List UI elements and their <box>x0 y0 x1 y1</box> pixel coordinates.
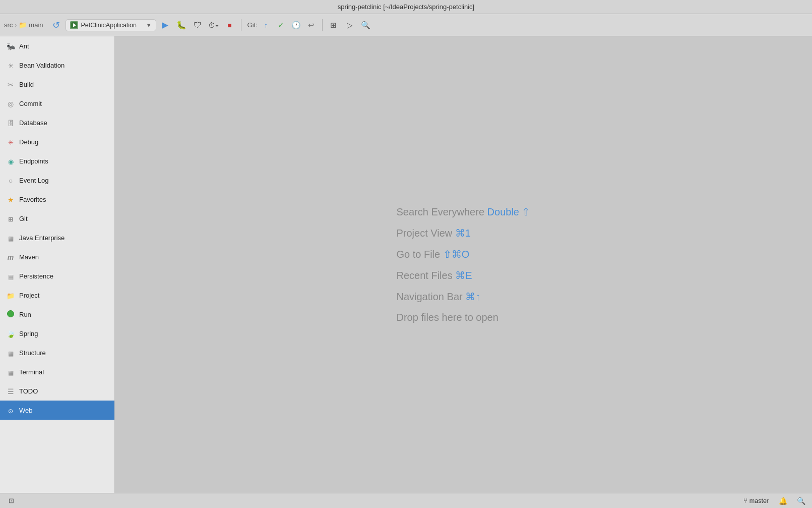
sidebar-item-label-bean-validation: Bean Validation <box>19 62 65 69</box>
project-icon: 📁 <box>6 291 15 300</box>
todo-icon: ☰ <box>6 387 15 396</box>
debug-button[interactable]: 🐛 <box>174 18 189 32</box>
hint-line-5: Drop files here to open <box>396 312 530 323</box>
sidebar-item-spring[interactable]: 🍃Spring <box>0 324 114 343</box>
main-area: 🐜Ant✳Bean Validation✂Build◎Commit🗄Databa… <box>0 36 812 493</box>
sidebar-item-label-project: Project <box>19 292 39 299</box>
project-view-button[interactable]: ⊞ <box>327 18 341 32</box>
hint-shortcut-1: ⌘1 <box>455 228 471 239</box>
status-right: ⑂ master 🔔 🔍 <box>741 495 807 506</box>
status-left: ⊡ <box>5 495 17 506</box>
profile-button[interactable]: ⏱▾ <box>207 18 221 32</box>
git-push-button[interactable]: ↑ <box>260 19 273 32</box>
sidebar-item-event-log[interactable]: ○Event Log <box>0 171 114 190</box>
stop-button[interactable]: ■ <box>223 18 237 32</box>
run-icon <box>6 310 15 319</box>
sidebar-item-label-git: Git <box>19 215 28 222</box>
debug-icon: ✳ <box>6 138 15 146</box>
sidebar-item-label-commit: Commit <box>19 100 42 107</box>
window-title: spring-petclinic [~/IdeaProjects/spring-… <box>338 3 474 11</box>
java-enterprise-icon: ▦ <box>6 234 15 242</box>
sidebar-item-git[interactable]: ⊞Git <box>0 209 114 228</box>
ant-icon: 🐜 <box>6 42 15 50</box>
sidebar-item-label-ant: Ant <box>19 42 29 50</box>
sidebar-item-structure[interactable]: ▦Structure <box>0 343 114 362</box>
sidebar-item-label-terminal: Terminal <box>19 368 44 376</box>
status-search-button[interactable]: 🔍 <box>795 495 807 506</box>
hint-line-2: Go to File ⇧⌘O <box>396 248 530 260</box>
hint-line-4: Navigation Bar ⌘↑ <box>396 291 530 303</box>
panels-toggle-button[interactable]: ⊡ <box>5 495 17 506</box>
sidebar-item-label-build: Build <box>19 81 34 88</box>
hint-line-1: Project View ⌘1 <box>396 227 530 239</box>
sidebar-item-label-persistence: Persistence <box>19 272 53 280</box>
title-bar: spring-petclinic [~/IdeaProjects/spring-… <box>0 0 812 14</box>
sidebar-item-web[interactable]: ⊙Web <box>0 401 114 420</box>
sidebar-item-java-enterprise[interactable]: ▦Java Enterprise <box>0 228 114 247</box>
run-dashboard-button[interactable]: ▷ <box>343 18 357 32</box>
sidebar-item-terminal[interactable]: ▦Terminal <box>0 362 114 381</box>
sidebar-item-ant[interactable]: 🐜Ant <box>0 36 114 55</box>
sidebar-item-persistence[interactable]: ▤Persistence <box>0 266 114 286</box>
database-icon: 🗄 <box>6 119 15 127</box>
git-rollback-button[interactable]: ↩ <box>305 19 318 32</box>
sidebar-item-maven[interactable]: mMaven <box>0 247 114 266</box>
breadcrumb-main[interactable]: main <box>29 21 43 29</box>
branch-button[interactable]: ⑂ master <box>741 496 771 505</box>
sidebar-item-bean-validation[interactable]: ✳Bean Validation <box>0 55 114 75</box>
sidebar-item-label-favorites: Favorites <box>19 196 46 203</box>
sidebar-item-todo[interactable]: ☰TODO <box>0 381 114 401</box>
sidebar-item-label-web: Web <box>19 407 33 414</box>
terminal-icon: ▦ <box>6 368 15 376</box>
coverage-button[interactable]: 🛡 <box>191 18 205 32</box>
hint-shortcut-4: ⌘↑ <box>465 291 480 302</box>
git-label: Git: <box>247 21 258 29</box>
search-everywhere-button[interactable]: 🔍 <box>359 18 373 32</box>
branch-name: master <box>749 497 769 504</box>
toolbar-divider-1 <box>241 19 241 31</box>
status-bar: ⊡ ⑂ master 🔔 🔍 <box>0 493 812 508</box>
sidebar-item-debug[interactable]: ✳Debug <box>0 132 114 151</box>
sidebar-item-label-run: Run <box>19 311 31 318</box>
spring-icon: 🍃 <box>6 329 15 338</box>
run-button[interactable]: ▶ <box>158 18 172 32</box>
build-icon: ✂ <box>6 80 15 89</box>
sidebar-item-run[interactable]: Run <box>0 305 114 324</box>
endpoints-icon: ◉ <box>6 157 15 165</box>
commit-icon: ◎ <box>6 99 15 108</box>
web-icon: ⊙ <box>6 406 15 415</box>
sidebar-item-project[interactable]: 📁Project <box>0 286 114 305</box>
toolbar: src › 📁 main ↺ PetClinicApplication ▼ ▶ … <box>0 14 812 36</box>
sidebar: 🐜Ant✳Bean Validation✂Build◎Commit🗄Databa… <box>0 36 115 493</box>
maven-icon: m <box>6 253 15 261</box>
run-config-selector[interactable]: PetClinicApplication ▼ <box>66 19 156 31</box>
branch-icon: ⑂ <box>743 497 747 504</box>
persistence-icon: ▤ <box>6 272 15 280</box>
breadcrumb-sep-1: › <box>15 22 17 29</box>
hint-area: Search Everywhere Double ⇧Project View ⌘… <box>396 206 530 323</box>
rerun-button[interactable]: ↺ <box>49 18 64 32</box>
sidebar-item-database[interactable]: 🗄Database <box>0 113 114 132</box>
sidebar-item-build[interactable]: ✂Build <box>0 75 114 94</box>
bean-validation-icon: ✳ <box>6 61 15 70</box>
breadcrumb-src[interactable]: src <box>4 21 13 29</box>
sidebar-item-label-todo: TODO <box>19 387 38 395</box>
git-history-button[interactable]: 🕐 <box>290 19 303 32</box>
hint-shortcut-3: ⌘E <box>455 270 472 281</box>
sidebar-item-endpoints[interactable]: ◉Endpoints <box>0 151 114 171</box>
sidebar-item-label-spring: Spring <box>19 330 38 337</box>
notifications-button[interactable]: 🔔 <box>777 495 789 506</box>
git-commit-button[interactable]: ✓ <box>275 19 288 32</box>
toolbar-divider-2 <box>322 19 323 31</box>
sidebar-item-favorites[interactable]: ★Favorites <box>0 190 114 209</box>
hint-shortcut-2: ⇧⌘O <box>443 249 470 260</box>
hint-line-3: Recent Files ⌘E <box>396 269 530 281</box>
git-icon: ⊞ <box>6 214 15 223</box>
editor-area: Search Everywhere Double ⇧Project View ⌘… <box>115 36 812 493</box>
breadcrumb: src › 📁 main <box>4 21 43 29</box>
hint-line-0: Search Everywhere Double ⇧ <box>396 206 530 218</box>
run-config-label: PetClinicApplication <box>81 22 143 29</box>
sidebar-item-commit[interactable]: ◎Commit <box>0 94 114 113</box>
sidebar-item-label-maven: Maven <box>19 253 39 261</box>
sidebar-item-label-event-log: Event Log <box>19 177 49 184</box>
